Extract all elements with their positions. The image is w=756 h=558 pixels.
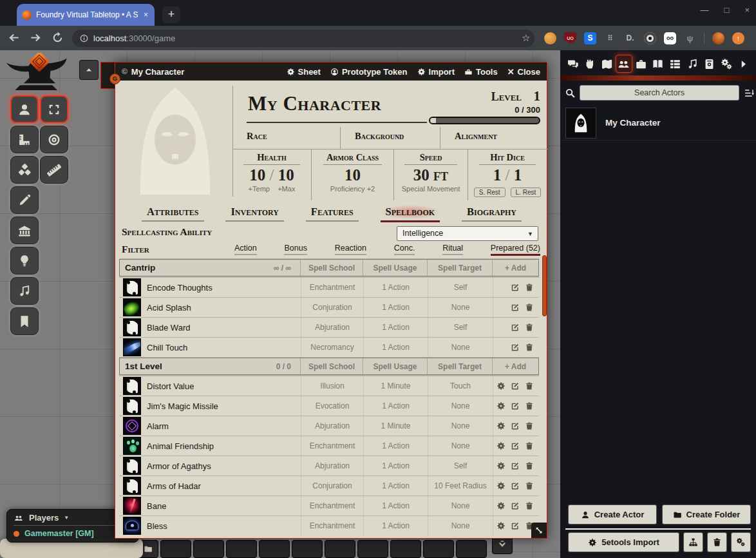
edit-icon[interactable] [511, 323, 520, 332]
tab-biography[interactable]: Biography [462, 204, 522, 222]
maximize-button[interactable]: □ [724, 5, 730, 15]
scroll-spell-icon[interactable] [123, 318, 141, 336]
edit-icon[interactable] [511, 401, 520, 410]
grid-extension-icon[interactable]: ⠿ [604, 32, 616, 44]
address-bar[interactable]: localhost:30000/game [72, 30, 534, 47]
spell-name[interactable]: Jim's Magic Missile [141, 401, 218, 411]
macro-slot[interactable] [259, 540, 290, 558]
gear-icon[interactable] [496, 381, 506, 390]
hp-current[interactable]: 10 [249, 166, 265, 184]
search-actors-input[interactable] [580, 85, 739, 101]
macro-slot[interactable] [390, 540, 421, 558]
delete-icon[interactable] [525, 441, 534, 450]
sheet-button[interactable]: Sheet [287, 67, 321, 77]
spell-slot-uses[interactable]: 0 / 0 [276, 362, 300, 371]
update-extension-icon[interactable]: ↑ [732, 32, 744, 44]
delete-icon[interactable] [525, 343, 534, 352]
scroll-spell-icon[interactable] [123, 457, 141, 475]
tiles-tool-icon[interactable] [10, 216, 39, 244]
sounds-tool-icon[interactable] [10, 277, 39, 305]
spell-name[interactable]: Blade Ward [141, 323, 190, 332]
combat-tab-icon[interactable] [581, 55, 598, 73]
spell-name[interactable]: Bless [141, 521, 167, 531]
macro-slot[interactable] [292, 540, 323, 558]
playlists-tab-icon[interactable] [684, 55, 701, 73]
actor-list-item[interactable]: My Character [560, 106, 756, 140]
notes-tool-icon[interactable] [10, 307, 39, 335]
cookie-extension-icon[interactable] [544, 32, 556, 44]
sheet-titlebar[interactable]: © My Character SheetPrototype TokenImpor… [115, 63, 547, 81]
edit-icon[interactable] [511, 343, 520, 352]
add-spell-button[interactable]: + Add [492, 260, 538, 276]
gear-icon[interactable] [496, 501, 506, 510]
tab-inventory[interactable]: Inventory [225, 204, 283, 222]
level-value[interactable]: 1 [534, 88, 541, 104]
d-extension-icon[interactable]: D. [624, 32, 636, 44]
new-tab-button[interactable]: + [162, 6, 180, 23]
sort-icon[interactable] [744, 88, 755, 99]
hp-max[interactable]: 10 [278, 166, 294, 184]
actor-avatar[interactable] [565, 108, 596, 139]
measure-templates-icon[interactable] [10, 126, 39, 153]
macro-slot[interactable] [357, 540, 388, 558]
settings-tab-icon[interactable] [718, 55, 735, 73]
journal-tab-icon[interactable] [650, 55, 666, 73]
edit-icon[interactable] [511, 521, 520, 530]
scroll-spell-icon[interactable] [123, 278, 141, 296]
edit-icon[interactable] [511, 481, 520, 490]
macro-slot[interactable] [160, 540, 191, 558]
compendium-tab-icon[interactable] [701, 55, 718, 73]
filter-action[interactable]: Action [234, 244, 257, 256]
macro-slot[interactable] [456, 540, 487, 558]
delete-icon[interactable] [525, 303, 534, 312]
edit-icon[interactable] [511, 303, 520, 312]
spell-name[interactable]: Bane [141, 501, 166, 511]
spell-name[interactable]: Chill Touch [141, 343, 187, 352]
tables-tab-icon[interactable] [667, 55, 684, 73]
create-folder-button[interactable]: Create Folder [662, 505, 751, 524]
bless-spell-icon[interactable] [123, 517, 141, 535]
lighting-tools-icon[interactable] [10, 247, 39, 274]
alarm-spell-icon[interactable] [123, 417, 141, 435]
edit-icon[interactable] [511, 501, 520, 510]
alignment-field[interactable]: Alignment [440, 127, 547, 149]
long-rest-button[interactable]: L. Rest [511, 188, 542, 197]
add-spell-button[interactable]: + Add [492, 358, 538, 374]
edit-icon[interactable] [511, 441, 520, 450]
resize-handle-icon[interactable] [531, 523, 547, 538]
scroll-spell-icon[interactable] [123, 377, 141, 395]
dice-tool-icon[interactable] [10, 156, 39, 184]
gear-icon[interactable] [496, 461, 506, 470]
eye-extension-icon[interactable] [644, 32, 656, 44]
import-button[interactable]: Import [417, 67, 455, 77]
edit-icon[interactable] [511, 283, 520, 292]
gear-icon[interactable] [496, 521, 506, 530]
spellcasting-ability-select[interactable]: Intelligence ▼ [397, 226, 538, 241]
5etools-import-button[interactable]: 5etools Import [568, 532, 679, 552]
bookmark-star-icon[interactable]: ☆ [522, 32, 530, 44]
tab-features[interactable]: Features [306, 204, 359, 222]
site-info-icon[interactable] [79, 34, 89, 43]
edit-icon[interactable] [511, 381, 520, 390]
reload-icon[interactable] [50, 30, 66, 46]
filter-prepared-52-[interactable]: Prepared (52) [491, 244, 540, 256]
chill-touch-spell-icon[interactable] [123, 338, 141, 356]
spell-name[interactable]: Armor of Agathys [141, 461, 211, 471]
document-link-icon[interactable]: © [122, 67, 128, 76]
macro-slot[interactable] [423, 540, 454, 558]
gears-button[interactable] [731, 532, 751, 552]
xp-value[interactable]: 0 / 300 [386, 105, 540, 115]
prototype-token-button[interactable]: Prototype Token [330, 67, 408, 77]
back-icon[interactable] [6, 30, 22, 46]
tools-button[interactable]: Tools [464, 67, 498, 77]
delete-icon[interactable] [525, 421, 534, 430]
filter-reaction[interactable]: Reaction [335, 244, 366, 256]
macro-slot[interactable] [193, 540, 224, 558]
items-tab-icon[interactable] [632, 55, 649, 73]
hp-tempmax-label[interactable]: +Max [278, 185, 295, 193]
race-field[interactable]: Race [232, 127, 340, 149]
macro-slot[interactable] [226, 540, 257, 558]
filter-conc-[interactable]: Conc. [394, 244, 415, 256]
trash-button[interactable] [707, 532, 727, 552]
drawing-tools-icon[interactable] [10, 186, 39, 214]
